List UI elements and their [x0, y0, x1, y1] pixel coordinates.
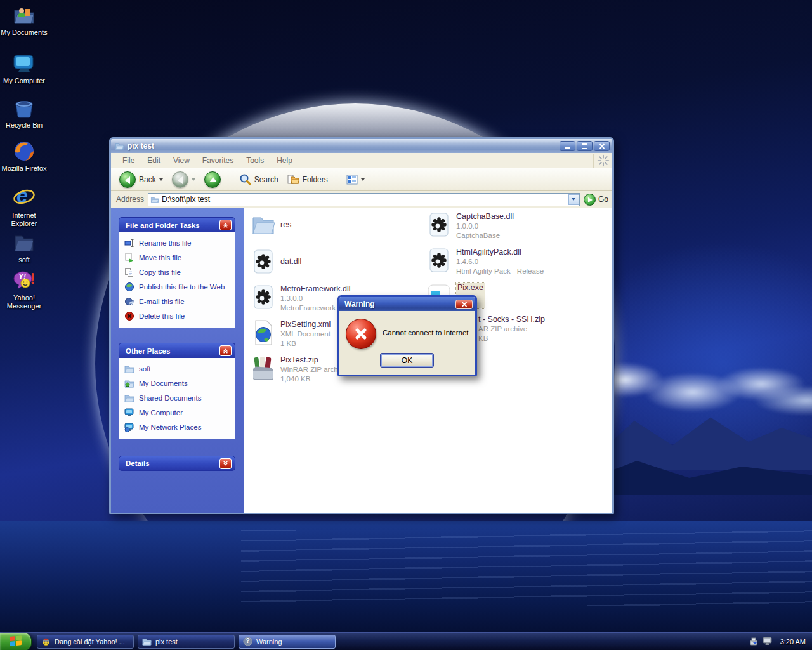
chevron-up-icon [222, 348, 229, 354]
collapse-button[interactable] [219, 220, 232, 230]
task-move-file[interactable]: Move this file [124, 253, 231, 263]
panel-other-places: Other Places soft My Documents [119, 343, 235, 439]
taskbar-item-yahoo-install[interactable]: Đang cài đặt Yahoo! ... [37, 635, 134, 649]
menu-help[interactable]: Help [270, 154, 299, 167]
panel-header-tasks[interactable]: File and Folder Tasks [119, 217, 235, 232]
expand-button[interactable] [219, 458, 232, 469]
taskbar: Đang cài đặt Yahoo! ... pix test ? Warni… [0, 632, 812, 650]
address-dropdown-button[interactable] [568, 194, 579, 205]
file-res[interactable]: res [251, 212, 291, 237]
file-metroframework-dll[interactable]: MetroFramework.dll 1.3.0.0 MetroFramewor… [251, 284, 350, 313]
place-my-documents[interactable]: My Documents [124, 378, 231, 388]
desktop-icon-label: My Documents [1, 29, 48, 37]
search-label: Search [254, 175, 278, 184]
task-publish-file[interactable]: Publish this file to the Web [124, 282, 231, 292]
maximize-button[interactable] [577, 141, 593, 151]
back-button[interactable]: Back [116, 170, 166, 189]
my-computer-icon [124, 408, 134, 418]
dll-gear-icon [251, 284, 276, 310]
desktop-icon-recycle-bin[interactable]: Recycle Bin [1, 96, 48, 129]
up-button[interactable] [201, 170, 224, 189]
folder-icon [124, 364, 134, 374]
place-soft[interactable]: soft [124, 364, 231, 374]
address-input[interactable]: D:\soft\pix test [148, 193, 580, 206]
ok-button[interactable]: OK [380, 353, 434, 368]
installer-tray-icon[interactable] [749, 637, 759, 647]
folders-label: Folders [303, 175, 328, 184]
back-dropdown-icon [159, 178, 163, 183]
start-button[interactable] [0, 633, 32, 650]
dialog-message: Cannot connect to Internet [383, 329, 469, 336]
taskbar-item-pix-test[interactable]: pix test [138, 635, 235, 649]
dialog-title-bar[interactable]: Warning [339, 297, 475, 311]
minimize-button[interactable] [560, 141, 575, 151]
go-button[interactable]: Go [584, 194, 608, 206]
file-pixtest-zip[interactable]: PixTest.zip WinRAR ZIP arch 1,040 KB [251, 355, 338, 384]
dll-gear-icon [426, 248, 452, 273]
desktop-icon-label: Internet Explorer [1, 211, 48, 228]
task-delete-file[interactable]: Delete this file [124, 311, 231, 321]
search-button[interactable]: Search [236, 172, 282, 187]
desktop-icon-soft[interactable]: soft [1, 231, 48, 264]
desktop-icon-my-computer[interactable]: My Computer [1, 52, 48, 85]
toolbar: Back Search [111, 168, 612, 191]
menu-tools[interactable]: Tools [240, 154, 270, 167]
copy-file-icon [124, 267, 134, 277]
file-captchabase-dll[interactable]: CaptchaBase.dll 1.0.0.0 CaptchaBase [426, 212, 514, 241]
views-dropdown-icon [361, 178, 365, 183]
dialog-title: Warning [344, 300, 455, 308]
folders-button[interactable]: Folders [284, 173, 331, 186]
wallpaper-clouds [590, 343, 812, 425]
task-rename-file[interactable]: Rename this file [124, 238, 231, 248]
delete-icon [124, 311, 134, 321]
winrar-archive-icon [251, 355, 276, 381]
taskbar-item-label: Warning [256, 638, 282, 646]
panel-header-details[interactable]: Details [119, 456, 235, 471]
yahoo-messenger-icon: Y! [13, 269, 36, 292]
dialog-body: Cannot connect to Internet OK [339, 311, 475, 375]
desktop-icon-yahoo-messenger[interactable]: Y! Yahoo! Messenger [1, 269, 48, 310]
file-htmlagilitypack-dll[interactable]: HtmlAgilityPack.dll 1.4.6.0 Html Agility… [426, 248, 544, 276]
menu-favorites[interactable]: Favorites [196, 154, 240, 167]
file-dat-dll[interactable]: dat.dll [251, 249, 301, 274]
desktop-icon-my-documents[interactable]: My Documents [1, 4, 48, 37]
dialog-close-button[interactable] [455, 300, 473, 309]
title-bar[interactable]: pix test [111, 139, 612, 153]
menu-view[interactable]: View [167, 154, 196, 167]
file-pixsetting-xml[interactable]: PixSetting.xml XML Document 1 KB [251, 320, 331, 348]
folder-icon [251, 212, 276, 237]
display-tray-icon[interactable] [763, 637, 773, 646]
desktop-icon-internet-explorer[interactable]: e Internet Explorer [1, 187, 48, 228]
task-copy-file[interactable]: Copy this file [124, 267, 231, 277]
menu-file[interactable]: File [116, 154, 141, 167]
chevron-down-icon [222, 460, 229, 467]
up-icon [204, 171, 221, 188]
desktop-icon-label: My Computer [1, 77, 48, 85]
go-label: Go [598, 195, 608, 204]
panel-details: Details [119, 456, 235, 471]
internet-explorer-icon: e [13, 187, 36, 209]
views-button[interactable] [343, 173, 368, 186]
place-my-network-places[interactable]: My Network Places [124, 422, 231, 432]
place-my-computer[interactable]: My Computer [124, 408, 231, 418]
task-email-file[interactable]: E-mail this file [124, 296, 231, 307]
collapse-button[interactable] [219, 345, 232, 356]
shared-documents-icon [124, 393, 134, 403]
email-icon [124, 296, 134, 307]
my-documents-icon [13, 4, 36, 27]
desktop-icon-label: Yahoo! Messenger [1, 294, 48, 310]
close-button[interactable] [594, 141, 610, 151]
forward-dropdown-icon [192, 178, 195, 183]
taskbar-clock[interactable]: 3:20 AM [780, 638, 806, 646]
taskbar-item-warning[interactable]: ? Warning [239, 635, 336, 649]
go-icon [584, 194, 596, 206]
menu-edit[interactable]: Edit [141, 154, 167, 167]
file-ssh-zip-partial[interactable]: t - Socks - SSH.zip AR ZIP archive KB [478, 315, 545, 343]
help-sphere-icon: ? [243, 637, 252, 646]
forward-button[interactable] [169, 170, 199, 189]
desktop-icon-mozilla-firefox[interactable]: Mozilla Firefox [1, 140, 48, 173]
panel-header-places[interactable]: Other Places [119, 343, 235, 358]
address-label: Address [116, 195, 144, 204]
place-shared-documents[interactable]: Shared Documents [124, 393, 231, 403]
window-folder-icon [115, 142, 124, 150]
